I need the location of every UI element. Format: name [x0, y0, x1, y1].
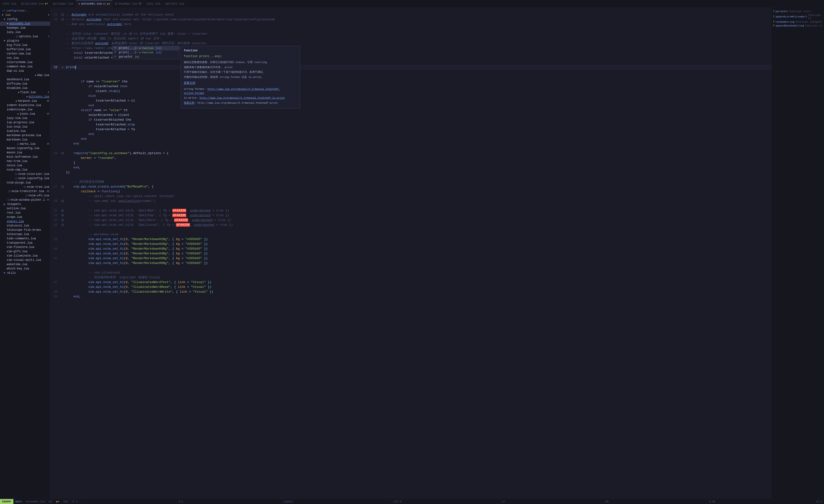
sidebar-item-vim-gtfo[interactable]: vim-gtfo.lua [0, 249, 50, 254]
sidebar-item-transparent[interactable]: transparent.lua [0, 241, 50, 245]
sidebar-item-nvim-cmp[interactable]: nvim-cmp.lua [0, 168, 50, 172]
sidebar-item-diffview[interactable]: diffview.lua [0, 82, 50, 86]
line-indicator [60, 141, 65, 146]
sidebar-item-keymaps[interactable]: keymaps.lua [0, 26, 50, 30]
sidebar-item-carbon-now[interactable]: carbon-now.lua [0, 51, 50, 56]
tab-gitsigns[interactable]: gitsigns.lua [50, 0, 76, 8]
doc-link[interactable]: 查看文档 [184, 82, 195, 85]
line-num [50, 79, 60, 84]
tab-rest[interactable]: rest.lua [0, 0, 19, 8]
code-line: vim.api.nvim_set_hl(0, "IlluminatedWordR… [50, 285, 771, 289]
sidebar-carbon-now-label: carbon-now.lua [7, 52, 31, 55]
sidebar-item-lua[interactable]: ▼ lua ● [0, 13, 50, 17]
sidebar-item-harpoon[interactable]: ▲ harpoon.lua 10 [0, 99, 50, 103]
doc-link-3-url[interactable]: 查看文档 [184, 102, 194, 104]
tab-autocmds[interactable]: ● autocmds.lua ⊗2 ▲4 [76, 0, 112, 8]
tab-autocmds-warn: ▲4 [107, 3, 110, 5]
sidebar-item-plugins[interactable]: ▼ plugins [0, 39, 50, 43]
sidebar-item-lazy[interactable]: lazy.lua [0, 30, 50, 34]
sidebar-markdown-label: markdown.lua [7, 138, 27, 141]
sidebar-item-vim-illuminate[interactable]: vim-illuminate.lua [0, 254, 50, 258]
sidebar-item-neo-tree[interactable]: neo-tree.lua [0, 159, 50, 163]
sidebar-item-comment-box[interactable]: comment-box.lua [0, 65, 50, 69]
line-num-active: 12 [50, 65, 60, 70]
ac-item-parseint[interactable]: f parseInt [A] [113, 55, 179, 59]
sidebar-item-dap-ui[interactable]: dap-ui.lua [0, 69, 50, 73]
sidebar-item-nvim-window-picker[interactable]: ⓘ nvim-window-picker.l 33 [0, 198, 50, 202]
sidebar-item-scope[interactable]: scope.lua [0, 215, 50, 219]
sidebar-item-lazy-vim[interactable]: lazy-vim.lua [0, 116, 50, 120]
sidebar-nvim-tree-info: ⓘ [24, 185, 26, 189]
sidebar-item-lsp-progress[interactable]: lsp-progress.lua [0, 120, 50, 125]
code-content: -- vim.api.nvim_set_hl(0, 'SpellCap', { … [65, 213, 771, 218]
tab-keymaps[interactable]: ⓘ keymaps.lua 12 [113, 0, 144, 8]
sidebar-item-vim-visual-multi[interactable]: vim-visual-multi.lua [0, 258, 50, 262]
sidebar-item-indent-blankline[interactable]: indent-blankline.lua [0, 103, 50, 108]
sidebar-item-lua-snip[interactable]: lua-snip.lua [0, 125, 50, 129]
tab-lazy[interactable]: lazy.lua [144, 0, 163, 8]
sidebar-item-dashboard[interactable]: dashboard.lua [0, 78, 50, 82]
sidebar-item-gitsigns[interactable]: ▲ gitsigns.lua [0, 95, 50, 99]
sidebar-item-markdown[interactable]: markdown.lua [0, 138, 50, 142]
sidebar-item-snacks[interactable]: snacks.lua [0, 219, 50, 224]
sidebar-item-nvim-picgo[interactable]: nvim-picgo.lua [0, 180, 50, 185]
sidebar-title: ~/.config/nvim/.. [0, 9, 50, 13]
code-content: } [65, 160, 771, 165]
sidebar-item-bufferline[interactable]: bufferline.lua [0, 47, 50, 51]
sidebar-item-jsonc[interactable]: ▲ jsonc.lua 13 [0, 112, 50, 116]
code-content-current[interactable]: print [65, 65, 771, 70]
sidebar-item-which-key[interactable]: which-key.lua [0, 267, 50, 271]
sidebar-item-nvim-tree[interactable]: ⓘ nvim-tree.lua [0, 185, 50, 189]
status-position: 5.0k [707, 499, 717, 504]
sidebar-item-indentscope[interactable]: indentscope.lua [0, 108, 50, 112]
editor-area: 11 ⓘ -- Autocmds are automatically loade… [50, 8, 824, 499]
sidebar-item-big-file[interactable]: big-file.lua [0, 43, 50, 47]
tab-outline[interactable]: ⓘ outline.lua ▲4 [19, 0, 50, 8]
code-content: vim.api.nvim_set_hl(0, "IlluminatedWordR… [65, 285, 771, 289]
doc-link-2-url[interactable]: http://www.lua.org/manual/5.4/manual.htm… [200, 97, 285, 99]
chevron-down-icon-plugins: ▼ [4, 40, 6, 42]
doc-link-1-url[interactable]: http://www.lua.org/manual/5.4/manual.htm… [184, 88, 280, 95]
sidebar-item-flash[interactable]: ▲ flash.lua 8 [0, 90, 50, 95]
sidebar-item-options[interactable]: ⓘ options.lua 5 [0, 34, 50, 39]
sidebar-item-dap[interactable]: ▲ dap.lua [0, 73, 50, 78]
code-line: 20 ⓘ require("lspconfig.ui.windows").def… [50, 151, 771, 156]
sidebar-item-outline[interactable]: outline.lua [0, 206, 50, 211]
sidebar-noice-label: noice.lua [7, 164, 22, 167]
sidebar-item-todo-comments[interactable]: todo-comments.lua [0, 237, 50, 241]
sidebar-item-statuscol[interactable]: statuscol.lua [0, 224, 50, 228]
ac-item-print1[interactable]: f print(...)~ ⊕ Function [LS] [113, 46, 179, 50]
sidebar-item-nvim-lspconfig[interactable]: ⓘ nvim-lspconfig.lua [0, 176, 50, 180]
sidebar-item-autocmds[interactable]: ● autocmds.lua [0, 21, 50, 26]
sidebar-item-noice[interactable]: noice.lua [0, 163, 50, 168]
sidebar-item-rest[interactable]: rest.lua [0, 211, 50, 215]
sidebar-item-telescope[interactable]: telescope.lua [0, 232, 50, 237]
sidebar-item-telescope-file-brows[interactable]: telescope-file-brows [0, 228, 50, 232]
sidebar-item-wakatime[interactable]: wakatime.lua [0, 262, 50, 267]
sidebar-item-disabled[interactable]: disabled.lua [0, 86, 50, 90]
right-panel-item-parseint: f parseInt function (str) [773, 10, 823, 13]
sidebar-item-mason[interactable]: mason.lua [0, 150, 50, 155]
sidebar-item-markdown-preview[interactable]: markdown-preview.lua [0, 133, 50, 138]
sidebar-item-lualine[interactable]: lualine.lua [0, 129, 50, 133]
sidebar-item-mini-bufremove[interactable]: mini-bufremove.lua [0, 155, 50, 159]
sidebar-item-mason-lspconfig[interactable]: mason-lspconfig.lua [0, 146, 50, 150]
code-container[interactable]: 11 ⓘ -- Autocmds are automatically loade… [50, 8, 771, 499]
code-line: 35 ⓘ -- vim.api.nvim_set_hl(0, 'SpellLoc… [50, 223, 771, 227]
doc-see-doc: 查看文档 [184, 81, 297, 85]
ac-item-print2[interactable]: f print(...)~ ⊕ Function [LS] [113, 50, 179, 55]
sidebar-item-vim-floaterm[interactable]: vim-floaterm.lua [0, 245, 50, 249]
sidebar-item-nvim-colorizer[interactable]: ⓘ nvim-colorizer.lua [0, 172, 50, 176]
sidebar-item-colorscheme[interactable]: colorscheme.lua [0, 60, 50, 65]
sidebar-item-nvim-ufo[interactable]: ⓘ nvim-ufo.lua [0, 194, 50, 198]
sidebar-item-utils[interactable]: ▼ utils [0, 271, 50, 275]
sidebar-item-snippets[interactable]: ▶ snippets [0, 202, 50, 206]
line-indicator: ⓘ [60, 218, 65, 223]
sidebar-item-coc[interactable]: coc.lua [0, 56, 50, 60]
sidebar-item-nvim-treesitter[interactable]: ⓘ nvim-treesitter.lua 30 [0, 189, 50, 194]
code-content: -- vim.api.nvim_set_hl(0, 'SpellBad', { … [65, 208, 771, 213]
sidebar-item-marks[interactable]: ⓘ marks.lua 20 [0, 142, 50, 146]
tab-options[interactable]: options.lua [163, 0, 187, 8]
sidebar-item-config[interactable]: ▼ config [0, 17, 50, 21]
code-line: 11 ⓘ -- Autocmds are automatically loade… [50, 12, 771, 17]
